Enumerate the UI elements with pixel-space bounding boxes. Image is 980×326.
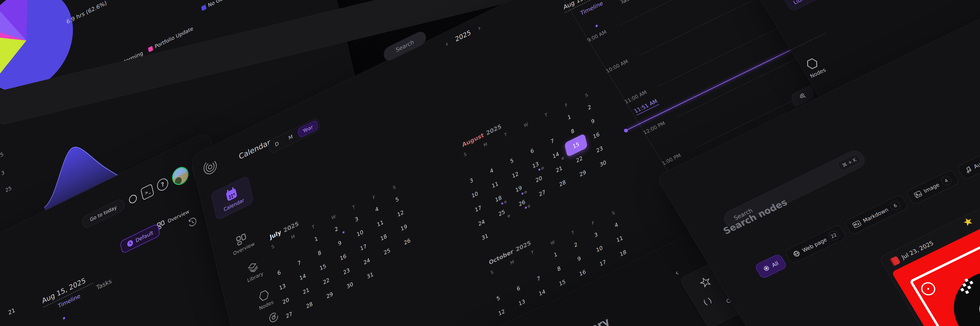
- red-book-icon: [889, 256, 900, 266]
- all-icon: [762, 264, 771, 272]
- overview-grid-icon: [235, 233, 248, 246]
- chip-label: Image: [922, 182, 940, 194]
- markdown-icon: [852, 220, 862, 228]
- status-circle-icon[interactable]: [127, 192, 138, 206]
- chip-label: All: [771, 260, 780, 268]
- chip-count-badge: 6: [888, 199, 902, 212]
- chip-count-badge: 4: [939, 174, 953, 187]
- globe-icon: [792, 249, 802, 258]
- layers-icon: [247, 260, 259, 275]
- chip-label: Audio: [973, 158, 980, 169]
- calendar-icon: [224, 186, 238, 203]
- help-icon[interactable]: ?: [156, 177, 169, 193]
- terminal-icon[interactable]: >_: [140, 184, 154, 200]
- image-icon: [913, 191, 923, 198]
- clock-icon: [126, 239, 134, 248]
- mini-day-number: 3: [1, 168, 8, 177]
- collage-stage: 6.9 hrs (62.6%) No GoalDirectory Code le…: [0, 0, 980, 326]
- hexagon-icon: [258, 288, 270, 303]
- collections-icon: ( ): [702, 296, 713, 307]
- audio-icon: [964, 166, 973, 174]
- chip-count-badge: 22: [827, 229, 840, 242]
- mini-day-number: 25: [5, 185, 12, 193]
